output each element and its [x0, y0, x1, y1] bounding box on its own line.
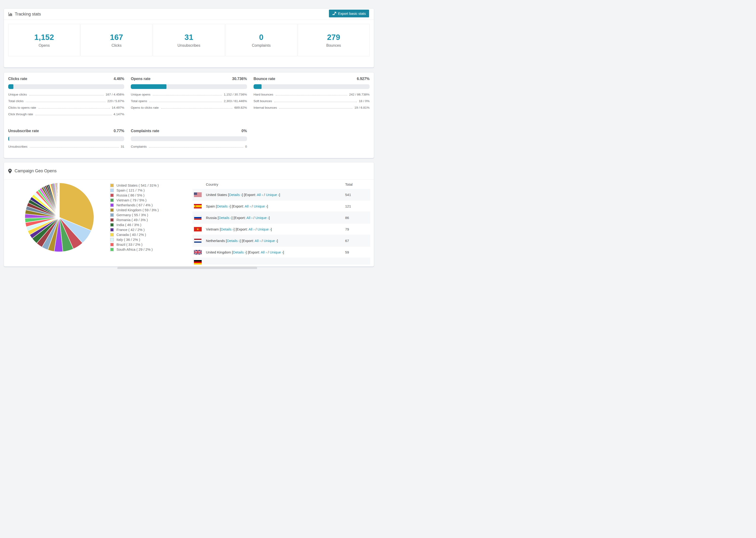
export-all-link[interactable]: All ›	[255, 239, 261, 243]
stat-box: 31 Unsubscribes	[153, 24, 225, 56]
export-all-link[interactable]: All ›	[248, 227, 254, 231]
legend-item: United Kingdom ( 59 / 3% )	[110, 207, 159, 212]
details-link[interactable]: Details ›	[221, 227, 234, 231]
legend-item: India ( 46 / 3% )	[110, 222, 159, 227]
geo-table-row: United States [Details ›] [Export: All ›…	[192, 189, 370, 200]
export-unique-link[interactable]: Unique ›	[253, 204, 267, 208]
tracking-stats-header: Tracking stats Export basic stats	[4, 9, 374, 20]
legend-color-swatch	[110, 198, 114, 202]
stat-box: 279 Bounces	[298, 24, 369, 56]
legend-label: Netherlands ( 67 / 4% )	[117, 203, 153, 207]
country-flag-icon	[194, 204, 202, 208]
detail-value: 31	[121, 145, 124, 148]
legend-item: Italy ( 36 / 2% )	[110, 237, 159, 242]
legend-label: Germany ( 55 / 3% )	[117, 213, 148, 217]
legend-label: Canada ( 40 / 2% )	[117, 233, 146, 237]
export-all-link[interactable]: All ›	[257, 193, 263, 197]
details-link[interactable]: Details ›	[217, 204, 230, 208]
geo-table-row: Netherlands [Details ›] [Export: All › /…	[192, 235, 370, 246]
rates-card: Clicks rate 4.46% Unique clicks 167 / 4.…	[4, 72, 374, 158]
detail-label: Unsubscribes	[8, 145, 27, 148]
export-basic-stats-button[interactable]: Export basic stats	[329, 10, 369, 17]
details-link[interactable]: Details ›	[229, 193, 242, 197]
legend-item: Russia ( 86 / 5% )	[110, 193, 159, 198]
legend-item: Spain ( 121 / 7% )	[110, 188, 159, 193]
dotted-leader	[276, 95, 347, 95]
complaints-rate-block: Complaints rate 0% Complaints 0	[131, 129, 247, 151]
dotted-leader	[38, 108, 110, 109]
rate-value: 4.46%	[114, 77, 124, 81]
export-unique-link[interactable]: Unique ›	[257, 227, 271, 231]
legend-label: Italy ( 36 / 2% )	[117, 238, 140, 242]
stat-label: Clicks	[112, 43, 122, 48]
unsubscribe-rate-block: Unsubscribe rate 0.77% Unsubscribes 31	[8, 129, 124, 151]
geo-table-row: Vietnam [Details ›] [Export: All › / Uni…	[192, 224, 370, 235]
legend-color-swatch	[110, 218, 114, 222]
rate-detail-row: Opens to clicks rate 689.82%	[131, 106, 247, 112]
dotted-leader	[35, 115, 112, 115]
clicks-rate-block: Clicks rate 4.46% Unique clicks 167 / 4.…	[8, 77, 124, 119]
stat-box: 0 Complaints	[225, 24, 297, 56]
rate-value: 6.927%	[357, 77, 369, 81]
export-unique-link[interactable]: Unique ›	[255, 216, 269, 220]
legend-color-swatch	[110, 193, 114, 197]
stat-label: Complaints	[252, 43, 271, 48]
dotted-leader	[161, 108, 233, 109]
dotted-leader	[274, 102, 357, 102]
total-cell: 59	[345, 250, 349, 254]
export-unique-link[interactable]: Unique ›	[264, 239, 277, 243]
legend-item: Romania ( 49 / 3% )	[110, 217, 159, 222]
detail-label: Total clicks	[8, 99, 24, 103]
geo-opens-pie-chart	[24, 182, 95, 252]
export-unique-link[interactable]: Unique ›	[270, 250, 283, 254]
legend-label: United States ( 541 / 31% )	[117, 183, 159, 187]
dotted-leader	[29, 95, 104, 95]
export-unique-link[interactable]: Unique ›	[266, 193, 279, 197]
rate-detail-row: Click through rate 4.147%	[8, 112, 124, 119]
geo-table-row: Spain [Details ›] [Export: All › / Uniqu…	[192, 200, 370, 212]
legend-color-swatch	[110, 213, 114, 217]
detail-label: Unique clicks	[8, 93, 27, 96]
stat-value: 1,152	[34, 33, 54, 42]
rate-detail-row: Hard bounces 242 / 86.738%	[253, 93, 369, 99]
total-cell: 121	[345, 204, 351, 208]
legend-color-swatch	[110, 223, 114, 227]
stat-value: 31	[185, 33, 193, 42]
detail-label: Click through rate	[8, 112, 33, 116]
legend-label: Spain ( 121 / 7% )	[117, 188, 145, 192]
export-all-link[interactable]: All ›	[244, 204, 251, 208]
stat-value: 0	[259, 33, 263, 42]
horizontal-scrollbar-thumb[interactable]	[117, 266, 257, 269]
legend-label: France ( 42 / 2% )	[117, 228, 145, 232]
legend-item: Germany ( 55 / 3% )	[110, 212, 159, 217]
detail-value: 19 / 6.81%	[354, 106, 369, 109]
details-link[interactable]: Details ›	[233, 250, 246, 254]
details-link[interactable]: Details ›	[219, 216, 232, 220]
export-all-link[interactable]: All ›	[261, 250, 267, 254]
rate-title: Opens rate	[131, 77, 150, 81]
rate-value: 30.736%	[232, 77, 247, 81]
detail-value: 4.147%	[114, 112, 125, 116]
rate-title: Complaints rate	[131, 129, 159, 133]
detail-label: Total opens	[131, 99, 147, 103]
rate-progress-bar	[131, 84, 247, 89]
total-cell: 67	[345, 239, 349, 243]
detail-value: 1,152 / 30.736%	[224, 93, 247, 96]
legend-color-swatch	[110, 208, 114, 212]
dotted-leader	[26, 102, 105, 102]
details-link[interactable]: Details ›	[227, 239, 240, 243]
legend-label: Brazil ( 33 / 2% )	[117, 242, 142, 246]
country-flag-icon	[194, 215, 202, 220]
legend-color-swatch	[110, 188, 114, 192]
detail-value: 18 / 0%	[359, 99, 369, 103]
map-pin-icon	[8, 169, 12, 174]
dotted-leader	[153, 95, 222, 95]
stat-value: 279	[327, 33, 340, 42]
export-all-link[interactable]: All ›	[246, 216, 253, 220]
tracking-stats-card: Tracking stats Export basic stats 1,152 …	[4, 9, 374, 68]
detail-value: 2,303 / 61.446%	[224, 99, 247, 103]
rate-detail-row: Unsubscribes 31	[8, 145, 124, 151]
rate-detail-row: Unique clicks 167 / 4.456%	[8, 93, 124, 99]
rate-title: Unsubscribe rate	[8, 129, 39, 133]
legend-color-swatch	[110, 228, 114, 232]
